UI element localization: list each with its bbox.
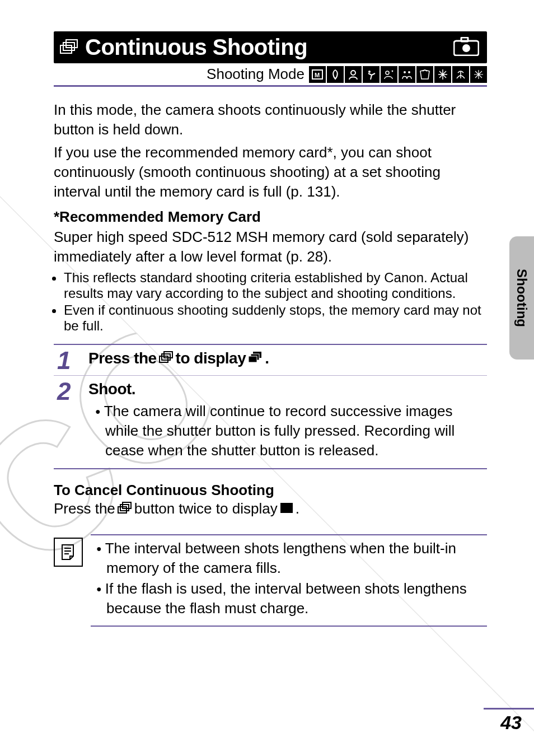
- mode-icon-portrait: [345, 66, 362, 83]
- continuous-stack-icon: [159, 351, 174, 363]
- single-frame-icon: [280, 502, 293, 514]
- section-tab: Shooting: [509, 236, 534, 360]
- intro-p1: In this mode, the camera shoots continuo…: [54, 100, 487, 139]
- step-body-text: The camera will continue to record succe…: [88, 402, 484, 460]
- intro-p2: If you use the recommended memory card*,…: [54, 143, 487, 202]
- mode-icon-snow: [434, 66, 451, 83]
- svg-rect-5: [63, 43, 74, 50]
- mode-icon-indoor: [416, 66, 433, 83]
- svg-rect-18: [162, 354, 170, 360]
- svg-point-12: [351, 71, 355, 75]
- recommended-heading: *Recommended Memory Card: [54, 207, 487, 227]
- svg-rect-22: [249, 356, 257, 362]
- svg-point-15: [404, 71, 406, 73]
- mode-icon-manual: M: [309, 66, 326, 83]
- svg-point-16: [408, 71, 410, 73]
- section-title: Continuous Shooting: [85, 35, 453, 60]
- mode-icon-fireworks: [470, 66, 487, 83]
- step-number: 1: [54, 345, 87, 375]
- footnote-item: Even if continuous shooting suddenly sto…: [64, 302, 487, 334]
- mode-icon-beach: [452, 66, 469, 83]
- cancel-block: To Cancel Continuous Shooting Press the …: [54, 482, 487, 519]
- step-row: 1 Press the to display .: [54, 345, 487, 375]
- cancel-title: To Cancel Continuous Shooting: [54, 482, 487, 499]
- step-title: Shoot.: [88, 380, 484, 398]
- step-number: 2: [54, 376, 87, 468]
- camera-icon: [453, 37, 479, 56]
- svg-rect-8: [461, 38, 468, 41]
- mode-icon-macro: [327, 66, 344, 83]
- svg-point-13: [368, 71, 371, 73]
- continuous-stack-icon: [118, 502, 132, 514]
- section-tab-label: Shooting: [514, 269, 530, 327]
- mode-icon-sports: [363, 66, 380, 83]
- page-number-block: 43: [484, 708, 534, 734]
- recommended-body: Super high speed SDC-512 MSH memory card…: [54, 227, 487, 267]
- memo-icon: [54, 538, 83, 567]
- svg-rect-26: [281, 503, 292, 512]
- svg-text:M: M: [315, 72, 320, 78]
- step-row: 2 Shoot. The camera will continue to rec…: [54, 375, 487, 468]
- info-note-item: The interval between shots lengthens whe…: [91, 539, 484, 578]
- svg-point-9: [462, 44, 470, 52]
- continuous-stack-icon: [59, 39, 78, 54]
- cancel-text: Press the button twice to display .: [54, 499, 487, 519]
- info-note-body: The interval between shots lengthens whe…: [91, 534, 487, 626]
- shooting-mode-label: Shooting Mode: [54, 66, 309, 83]
- svg-point-14: [386, 71, 389, 74]
- shooting-mode-icons: M: [309, 66, 487, 83]
- mode-icon-night: [381, 66, 397, 83]
- page-number: 43: [484, 710, 534, 734]
- mode-icon-kids: [399, 66, 415, 83]
- footnote-list: This reflects standard shooting criteria…: [54, 270, 487, 334]
- header-rule: [54, 85, 487, 87]
- steps-table: 1 Press the to display . 2 Shoot: [54, 344, 487, 469]
- info-note: The interval between shots lengthens whe…: [54, 534, 487, 626]
- footnote-item: This reflects standard shooting criteria…: [64, 270, 487, 301]
- intro-text: In this mode, the camera shoots continuo…: [54, 100, 487, 267]
- shooting-mode-row: Shooting Mode M: [54, 63, 487, 84]
- section-header: Continuous Shooting: [54, 31, 487, 63]
- info-note-item: If the flash is used, the interval betwe…: [91, 579, 484, 618]
- continuous-filled-icon: [248, 351, 263, 363]
- step-title: Press the to display .: [88, 349, 484, 367]
- svg-rect-24: [120, 505, 129, 511]
